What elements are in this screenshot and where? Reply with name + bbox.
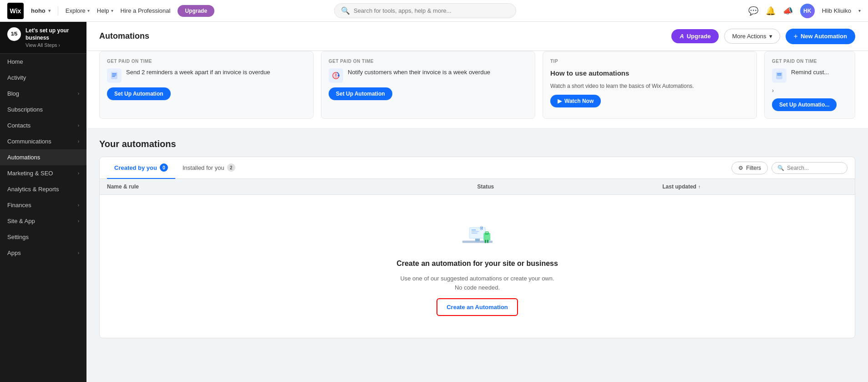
empty-illustration [455,217,500,253]
svg-rect-2 [112,75,117,76]
chat-icon[interactable]: 💬 [748,6,758,16]
card-2-btn[interactable]: Set Up Automation [329,87,392,100]
card-1-text: Send 2 reminders a week apart if an invo… [126,68,270,76]
sidebar-item-home[interactable]: Home [0,54,86,70]
svg-rect-11 [777,75,782,76]
suggestion-card-tip: TIP How to use automations Watch a short… [543,51,757,119]
user-chevron-icon: ▾ [858,8,861,13]
setup-progress: 1/5 Let's set up your business View All … [0,22,86,54]
column-name-rule: Name & rule [107,183,477,190]
svg-rect-16 [471,229,476,230]
avatar[interactable]: HK [800,4,815,18]
automations-search-icon: 🔍 [777,165,784,171]
card-1-body: Send 2 reminders a week apart if an invo… [107,68,306,83]
brand-chevron-icon: ▾ [48,8,51,13]
finances-chevron-icon: › [78,203,79,208]
svg-point-8 [338,75,340,76]
card-4-btn[interactable]: Set Up Automatio... [772,98,837,111]
column-status: Status [477,183,663,190]
user-name[interactable]: Hlib Kliuiko [822,7,851,14]
svg-point-22 [487,232,488,234]
card-tip-title: How to use automations [550,68,749,78]
svg-rect-24 [487,240,488,243]
contacts-chevron-icon: › [78,123,79,128]
svg-rect-1 [112,73,117,74]
automations-search[interactable]: 🔍 [772,162,848,174]
sidebar: 1/5 Let's set up your business View All … [0,22,86,382]
sidebar-item-blog[interactable]: Blog › [0,86,86,102]
svg-rect-9 [776,72,782,79]
card-2-tag: GET PAID ON TIME [329,59,528,64]
card-4-body: Remind cust... [772,68,848,83]
megaphone-icon[interactable]: 📣 [783,6,793,16]
view-all-steps-link[interactable]: View All Steps › [25,42,79,48]
play-icon: ▶ [558,98,562,104]
filters-button[interactable]: ⚙ Filters [731,162,768,174]
global-search-input[interactable] [354,7,509,14]
sidebar-item-contacts[interactable]: Contacts › [0,117,86,133]
card-1-btn[interactable]: Set Up Automation [107,87,171,100]
upgrade-button[interactable]: A Upgrade [671,29,719,43]
content-area: Automations A Upgrade More Actions ▾ + N… [86,22,868,382]
sort-arrow-icon[interactable]: ↑ [698,184,700,189]
sidebar-item-analytics[interactable]: Analytics & Reports [0,181,86,197]
sidebar-item-finances[interactable]: Finances › [0,197,86,213]
help-menu[interactable]: Help ▾ [97,7,113,14]
sidebar-item-marketing[interactable]: Marketing & SEO › [0,165,86,181]
sidebar-item-activity[interactable]: Activity [0,70,86,86]
hire-professional-link[interactable]: Hire a Professional [121,7,171,14]
installed-for-you-badge: 2 [227,163,235,172]
empty-state-desc: Use one of our suggested automations or … [400,274,554,292]
card-2-icon [329,68,343,83]
tab-created-by-you[interactable]: Created by you 0 [107,157,175,179]
card-4-arrow: › [772,87,848,94]
brand-switcher[interactable]: hoho ▾ [31,7,51,14]
sidebar-item-site-app[interactable]: Site & App › [0,213,86,229]
card-4-text: Remind cust... [791,68,829,76]
nav-icon-group: 💬 🔔 📣 HK Hlib Kliuiko ▾ [748,4,861,18]
card-2-text: Notify customers when their invoice is a… [348,68,490,76]
cards-row: GET PAID ON TIME Send 2 reminders [99,51,855,119]
sidebar-item-communications[interactable]: Communications › [0,133,86,149]
page-content: GET PAID ON TIME Send 2 reminders [86,51,868,382]
explore-menu[interactable]: Explore ▾ [66,7,90,14]
svg-rect-0 [111,72,117,79]
marketing-chevron-icon: › [78,171,79,176]
plus-icon: + [794,32,798,41]
card-tip-tag: TIP [550,59,749,64]
main-layout: 1/5 Let's set up your business View All … [0,22,868,382]
automations-search-input[interactable] [787,165,842,171]
step-badge: 1/5 [7,27,21,41]
help-chevron-icon: ▾ [111,8,113,13]
global-search[interactable]: 🔍 [334,3,516,18]
suggestion-card-2: GET PAID ON TIME [321,51,535,119]
sidebar-item-apps[interactable]: Apps › [0,245,86,261]
new-automation-button[interactable]: + New Automation [786,29,855,44]
card-4-icon [772,68,787,83]
page-title: Automations [99,31,149,41]
upgrade-a-icon: A [680,33,684,40]
more-actions-button[interactable]: More Actions ▾ [724,29,780,44]
suggestion-card-4: GET PAID ON TIME Remind cust... [764,51,855,119]
watch-now-btn[interactable]: ▶ Watch Now [550,95,601,107]
svg-rect-18 [471,233,477,234]
sidebar-item-automations[interactable]: Automations [0,149,86,165]
create-automation-button[interactable]: Create an Automation [437,298,518,316]
table-header: Name & rule Status Last updated ↑ [100,179,855,195]
blog-chevron-icon: › [78,91,79,96]
card-4-tag: GET PAID ON TIME [772,59,848,64]
svg-point-21 [485,232,487,234]
upgrade-button-nav[interactable]: Upgrade [178,5,214,17]
site-app-chevron-icon: › [78,219,79,224]
notifications-icon[interactable]: 🔔 [766,6,776,16]
tab-installed-for-you[interactable]: Installed for you 2 [175,157,243,179]
svg-rect-10 [777,73,782,74]
automations-panel: Created by you 0 Installed for you 2 ⚙ F… [99,157,855,338]
sidebar-item-settings[interactable]: Settings [0,229,86,245]
svg-rect-17 [471,231,479,232]
svg-rect-23 [484,240,486,243]
wix-logo: Wix [7,3,24,19]
sidebar-item-subscriptions[interactable]: Subscriptions [0,102,86,117]
setup-title: Let's set up your business [25,27,79,41]
filter-icon: ⚙ [738,165,743,171]
